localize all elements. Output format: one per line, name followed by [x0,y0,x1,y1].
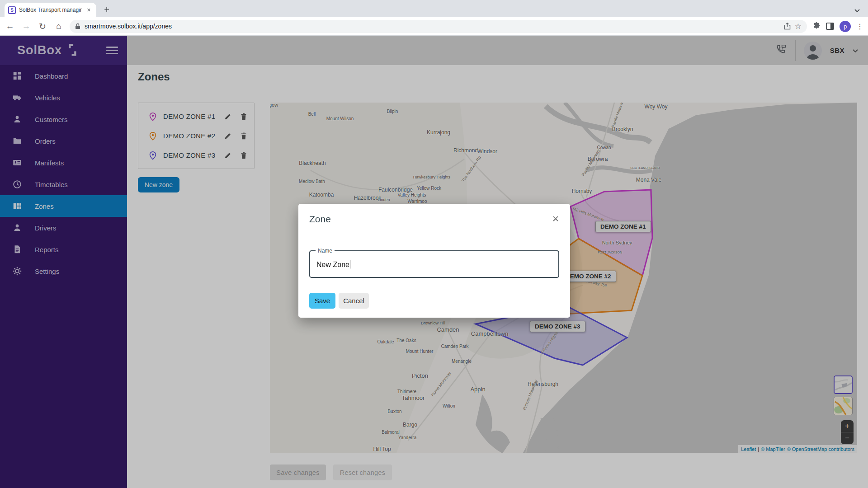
share-icon[interactable] [784,23,791,30]
tab-strip: S SolBox Transport managing pla ✕ + [0,0,868,17]
address-bar[interactable]: smartmove.solbox.it/app/zones ☆ [70,20,807,33]
text-caret [350,260,351,268]
save-button[interactable]: Save [309,293,335,309]
new-tab-button[interactable]: + [101,5,112,15]
side-panel-icon[interactable] [826,23,834,30]
extensions-puzzle-icon[interactable] [812,22,821,30]
browser-toolbar: ← → ↻ ⌂ smartmove.solbox.it/app/zones ☆ … [0,17,868,36]
site-favicon: S [8,6,16,14]
zone-name-input-value[interactable]: New Zone [316,260,349,268]
browser-profile-avatar[interactable]: p [840,21,851,32]
browser-menu-icon[interactable]: ⋮ [856,22,863,31]
dialog-title: Zone [309,214,559,225]
tab-list-chevron-icon[interactable] [854,6,860,14]
bookmark-star-icon[interactable]: ☆ [795,22,802,31]
browser-chrome: S SolBox Transport managing pla ✕ + ← → … [0,0,868,36]
tab-close-icon[interactable]: ✕ [85,6,93,14]
back-button[interactable]: ← [5,21,15,31]
field-label: Name [316,248,335,254]
tab-title: SolBox Transport managing pla [19,7,82,13]
lock-icon[interactable] [75,23,80,29]
zone-name-field[interactable]: Name New Zone [309,250,559,278]
browser-tab[interactable]: S SolBox Transport managing pla ✕ [5,3,96,17]
cancel-button[interactable]: Cancel [339,293,369,309]
zone-dialog: Zone ✕ Name New Zone Save Cancel [298,204,570,318]
close-icon[interactable]: ✕ [550,212,561,226]
url-text[interactable]: smartmove.solbox.it/app/zones [85,23,780,30]
forward-button: → [21,21,32,31]
home-button[interactable]: ⌂ [53,21,64,31]
reload-button[interactable]: ↻ [37,21,48,32]
